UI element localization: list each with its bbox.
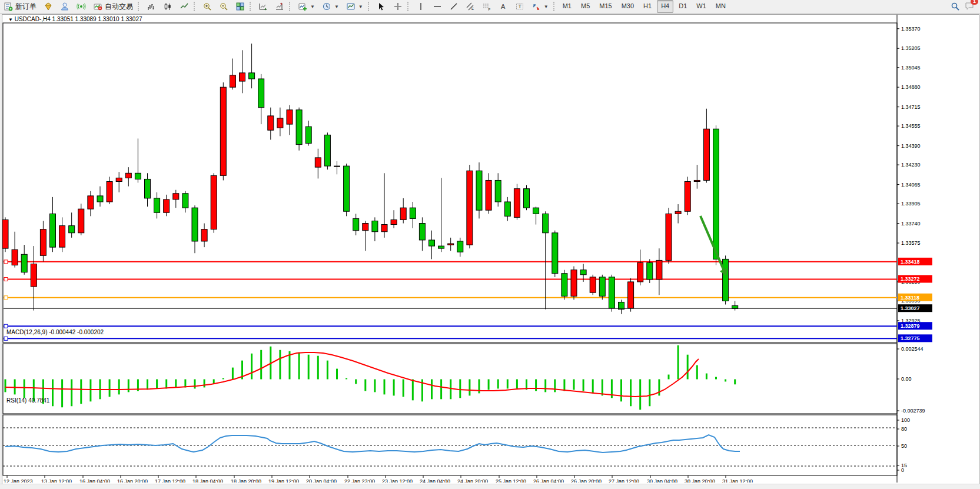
toolbar-separator	[289, 2, 293, 11]
candle-body	[277, 118, 283, 128]
toolbar-separator	[194, 2, 198, 11]
toolbar-separator	[138, 2, 142, 11]
time-axis-label: 16 Jan 04:00	[79, 478, 110, 483]
clock-icon	[322, 2, 331, 11]
auto-scroll-button[interactable]	[255, 0, 271, 13]
price-tick-label: 1.33575	[901, 240, 921, 246]
equidistant-channel-button[interactable]: E	[462, 0, 479, 13]
signals-button[interactable]	[73, 0, 89, 13]
candle-body	[694, 180, 700, 181]
periods-button[interactable]: ▼	[318, 0, 343, 13]
arrows-tool-button[interactable]: ▼	[528, 0, 552, 13]
line-anchor-handle[interactable]	[4, 296, 8, 300]
timeframe-m30[interactable]: M30	[617, 0, 638, 13]
symbol-timeframe: USDCAD-,H4	[15, 16, 51, 22]
metaeditor-button[interactable]	[40, 0, 57, 13]
new-order-button[interactable]: 新订单	[0, 0, 40, 13]
time-axis-label: 12 Jan 2023	[4, 478, 33, 483]
candlestick-button[interactable]	[160, 0, 176, 13]
candle-body	[344, 166, 350, 211]
chart-window[interactable]: ▼ USDCAD-,H4 1.33051 1.33089 1.33010 1.3…	[2, 14, 979, 484]
line-chart-button[interactable]	[176, 0, 192, 13]
metaeditor-icon	[44, 2, 53, 11]
candle-body	[182, 194, 188, 208]
indicators-button[interactable]: ▼	[294, 0, 318, 13]
cursor-button[interactable]	[373, 0, 390, 13]
candle-body	[647, 262, 653, 279]
chart-shift-button[interactable]	[271, 0, 288, 13]
toolbar-separator	[553, 2, 557, 11]
candle-body	[429, 240, 435, 246]
macd-axis-label: -0.002739	[901, 408, 925, 414]
timeframe-mn[interactable]: MN	[712, 0, 730, 13]
bar-chart-button[interactable]	[143, 0, 160, 13]
candle-body	[59, 226, 65, 248]
channel-icon: E	[466, 2, 475, 11]
collapse-triangle-icon[interactable]: ▼	[8, 17, 13, 22]
line-price-label: 1.33418	[901, 259, 920, 265]
notification-badge: 1	[971, 0, 978, 5]
candle-body	[97, 196, 103, 202]
candle-body	[154, 198, 160, 212]
candle-body	[562, 274, 567, 297]
text-label-button[interactable]: T	[511, 0, 528, 13]
candle-body	[230, 75, 235, 87]
timeframe-h1[interactable]: H1	[639, 0, 656, 13]
candle-body	[438, 246, 444, 248]
autotrading-button[interactable]: 自动交易	[89, 0, 137, 13]
crosshair-button[interactable]	[390, 0, 406, 13]
candle-body	[391, 219, 397, 224]
candle-body	[504, 202, 510, 216]
templates-button[interactable]: ▼	[343, 0, 367, 13]
trendline-button[interactable]	[446, 0, 462, 13]
macd-axis-label: 0.002544	[901, 346, 923, 352]
candle-body	[666, 214, 672, 260]
candle-body	[363, 224, 368, 231]
candle-body	[164, 199, 170, 212]
horizontal-line-button[interactable]	[429, 0, 446, 13]
candle-body	[495, 180, 501, 202]
timeframe-m1[interactable]: M1	[559, 0, 576, 13]
candle-body	[685, 181, 690, 211]
cursor-icon	[377, 2, 386, 11]
timeframe-m15[interactable]: M15	[595, 0, 616, 13]
line-anchor-handle[interactable]	[4, 324, 8, 328]
timeframe-m5[interactable]: M5	[577, 0, 594, 13]
text-button[interactable]: A	[495, 0, 511, 13]
candle-body	[324, 135, 330, 166]
template-icon	[346, 2, 356, 11]
chart-background	[2, 15, 978, 483]
candle-body	[419, 224, 425, 240]
line-anchor-handle[interactable]	[4, 337, 8, 340]
autotrading-icon	[93, 2, 102, 11]
candle-body	[2, 219, 8, 248]
timeframe-group: M1M5M15M30H1H4D1W1MN	[559, 0, 730, 13]
candle-body	[656, 260, 662, 279]
timeframe-h4[interactable]: H4	[657, 0, 673, 13]
price-tick-label: 1.34065	[901, 182, 921, 188]
accounts-button[interactable]	[57, 0, 73, 13]
notifications-button[interactable]: 1	[965, 1, 974, 12]
candle-body	[125, 173, 131, 178]
search-icon[interactable]	[951, 2, 960, 11]
tile-windows-button[interactable]	[232, 0, 248, 13]
zoom-in-button[interactable]	[199, 0, 215, 13]
rsi-axis-label: 50	[901, 443, 907, 449]
price-chart-canvas[interactable]: 1.353701.352051.350451.348801.347151.345…	[2, 15, 978, 483]
candle-body	[249, 73, 255, 79]
candle-body	[457, 241, 463, 252]
line-anchor-handle[interactable]	[4, 260, 8, 264]
zoom-out-button[interactable]	[215, 0, 232, 13]
price-tick-label: 1.35205	[901, 45, 921, 51]
rsi-axis-label: 100	[901, 417, 910, 423]
timeframe-d1[interactable]: D1	[675, 0, 691, 13]
line-anchor-handle[interactable]	[4, 277, 8, 281]
vertical-line-button[interactable]	[413, 0, 429, 13]
time-axis-label: 26 Jan 20:00	[571, 478, 602, 483]
candle-body	[410, 208, 416, 218]
candle-body	[116, 178, 122, 181]
timeframe-w1[interactable]: W1	[692, 0, 710, 13]
fibonacci-button[interactable]: F	[479, 0, 495, 13]
time-axis-label: 16 Jan 20:00	[117, 478, 148, 483]
time-axis-label: 18 Jan 20:00	[231, 478, 261, 483]
